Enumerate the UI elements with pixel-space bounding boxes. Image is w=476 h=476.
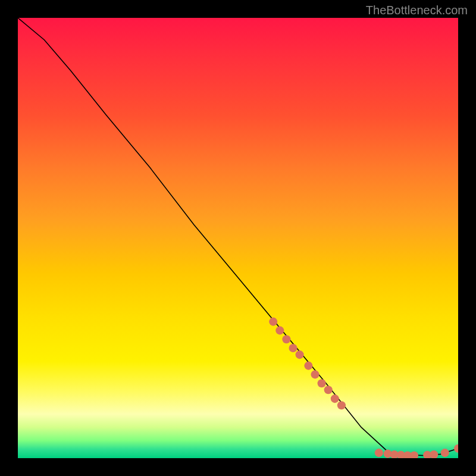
chart-marker [441, 449, 449, 457]
chart-plot-area [18, 18, 458, 458]
chart-marker [304, 362, 312, 370]
chart-marker [282, 335, 290, 343]
chart-marker [454, 444, 458, 453]
chart-marker [275, 326, 284, 334]
chart-marker [296, 350, 304, 359]
chart-marker [331, 394, 339, 403]
chart-marker [269, 318, 277, 326]
chart-marker [375, 449, 383, 457]
chart-marker [430, 450, 438, 458]
chart-marker [289, 344, 297, 352]
chart-marker [318, 379, 326, 387]
chart-markers [269, 318, 458, 458]
chart-marker [324, 386, 333, 394]
chart-marker [311, 370, 319, 378]
chart-curve [18, 18, 458, 456]
watermark-text: TheBottleneck.com [366, 4, 468, 17]
chart-svg [18, 18, 458, 458]
chart-marker [410, 452, 418, 458]
chart-marker [337, 401, 346, 409]
